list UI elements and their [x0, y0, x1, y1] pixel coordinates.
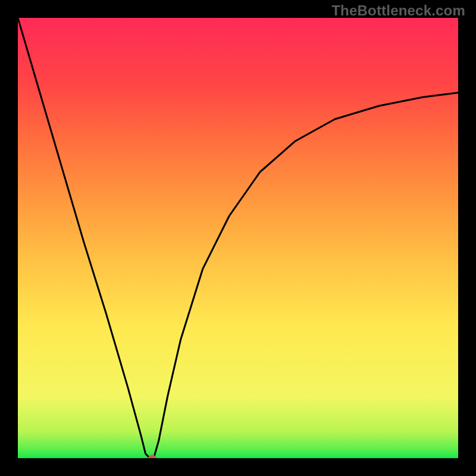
minimum-marker [148, 455, 156, 459]
plot-area [18, 18, 458, 458]
chart-frame: TheBottleneck.com [0, 0, 476, 476]
watermark-text: TheBottleneck.com [331, 2, 465, 19]
bottleneck-curve [18, 18, 458, 458]
